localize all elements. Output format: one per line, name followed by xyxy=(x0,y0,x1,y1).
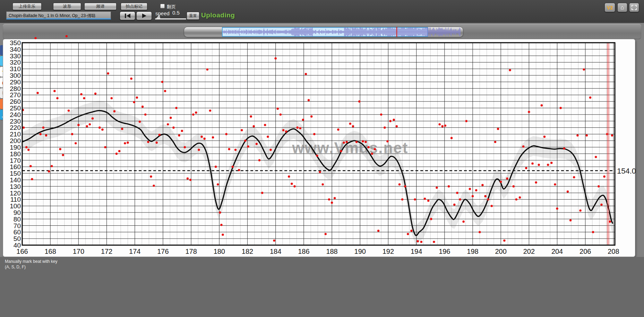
svg-text:198: 198 xyxy=(467,248,478,255)
home-button[interactable]: ⌂ xyxy=(617,3,627,12)
svg-text:172: 172 xyxy=(101,248,112,255)
svg-text:190: 190 xyxy=(354,248,366,255)
beat-hint-line1: Manually mark beat with key xyxy=(5,259,57,264)
upload-music-button[interactable]: 上传音乐 xyxy=(12,3,42,10)
waveform-overview[interactable] xyxy=(184,27,463,37)
song-title-field[interactable]: Chopin-Ballade No_ 1 In G Minor, Op_ 23-… xyxy=(6,11,111,19)
waveform-button[interactable]: 波形 xyxy=(53,3,81,10)
svg-text:184: 184 xyxy=(270,248,281,255)
svg-text:170: 170 xyxy=(73,248,84,255)
svg-text:178: 178 xyxy=(185,248,197,255)
skip-start-icon xyxy=(124,14,131,18)
svg-text:204: 204 xyxy=(551,248,563,255)
reset-button[interactable]: 重置 xyxy=(187,12,199,20)
svg-text:202: 202 xyxy=(523,248,535,255)
svg-text:192: 192 xyxy=(383,248,394,255)
uploading-status: Uploading xyxy=(201,11,235,19)
spectrum-button[interactable]: 频谱 xyxy=(84,3,117,10)
svg-text:174: 174 xyxy=(129,248,140,255)
fullscreen-button[interactable] xyxy=(629,3,639,12)
play-button[interactable] xyxy=(136,11,152,20)
svg-text:182: 182 xyxy=(242,248,253,255)
footer-bar: Manually mark beat with key (A, S, D, F)… xyxy=(0,257,644,317)
speed-value: 0.5 xyxy=(172,10,180,16)
version-badge[interactable]: V2 xyxy=(604,3,615,12)
beat-hint-line2: (A, S, D, F) xyxy=(5,265,26,269)
page-turn-label: 翻页 xyxy=(167,4,176,10)
fullscreen-icon xyxy=(631,5,637,10)
header-toolbar: 上传音乐 波形 频谱 拍点标记 翻页 Chopin-Ballade No_ 1 … xyxy=(0,0,644,23)
svg-text:208: 208 xyxy=(608,248,619,255)
svg-text:206: 206 xyxy=(579,248,591,255)
beat-mark-button[interactable]: 拍点标记 xyxy=(121,3,147,10)
svg-text:196: 196 xyxy=(439,248,450,255)
tempo-chart-panel: 154.0www.Vmus.net16616817017217417617818… xyxy=(3,39,635,257)
waveform-graphic xyxy=(184,27,463,37)
svg-text:200: 200 xyxy=(495,248,507,255)
vmus-tempo-analysis-app: 上传音乐 波形 频谱 拍点标记 翻页 Chopin-Ballade No_ 1 … xyxy=(0,0,644,317)
svg-text:194: 194 xyxy=(411,248,422,255)
tempo-chart[interactable]: 154.0www.Vmus.net16616817017217417617818… xyxy=(3,39,635,257)
svg-text:154.0: 154.0 xyxy=(617,167,636,175)
speed-slider[interactable] xyxy=(155,18,186,19)
home-icon: ⌂ xyxy=(620,4,624,11)
svg-text:186: 186 xyxy=(298,248,309,255)
speed-slider-thumb[interactable] xyxy=(156,15,162,18)
svg-text:40: 40 xyxy=(14,242,21,249)
svg-text:180: 180 xyxy=(214,248,225,255)
svg-text:188: 188 xyxy=(326,248,337,255)
svg-text:176: 176 xyxy=(157,248,169,255)
svg-text:168: 168 xyxy=(45,248,56,255)
page-turn-checkbox[interactable] xyxy=(160,4,165,8)
prev-button[interactable] xyxy=(120,11,135,20)
play-icon xyxy=(141,14,147,18)
